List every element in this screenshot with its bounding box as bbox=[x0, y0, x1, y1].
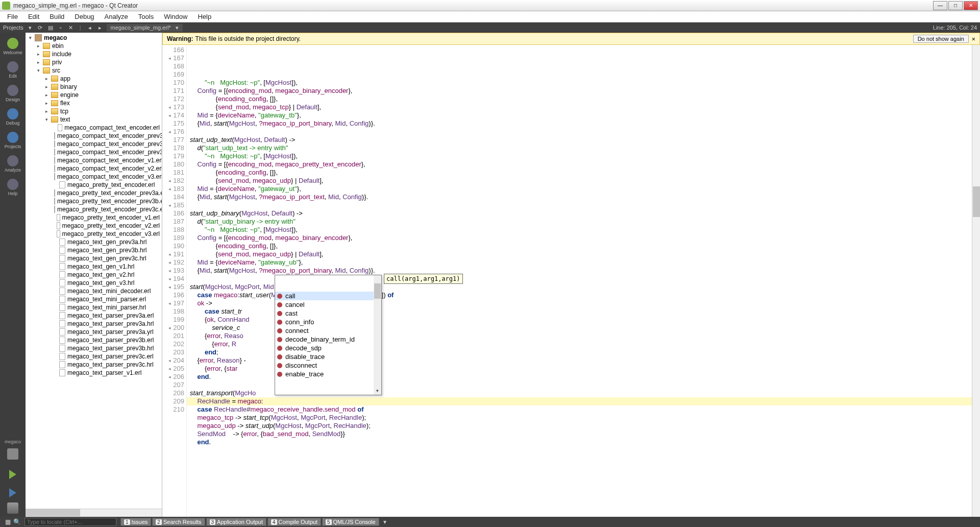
tree-item[interactable]: megaco_pretty_text_encoder_v2.erl bbox=[26, 222, 162, 230]
code-line[interactable]: Mid = {deviceName, "gateway_ub"}, bbox=[190, 258, 972, 267]
code-line[interactable] bbox=[190, 201, 972, 209]
code-lines[interactable]: call(arg1,arg1,arg1) "~n MgcHost: ~p", [… bbox=[187, 45, 972, 517]
code-line[interactable]: case RecHandle#megaco_receive_handle.sen… bbox=[190, 405, 972, 414]
completion-item[interactable]: enable_trace bbox=[275, 370, 381, 378]
code-line[interactable]: "~n MgcHost: ~p", [MgcHost]), bbox=[190, 152, 972, 160]
dropdown-icon[interactable]: ▾ bbox=[27, 24, 34, 31]
tree-item[interactable]: megaco_pretty_text_encoder_prev3b.erl bbox=[26, 197, 162, 205]
completion-item[interactable]: decode_sdp bbox=[275, 344, 381, 352]
code-line[interactable]: end. bbox=[190, 438, 972, 446]
nav-forward-icon[interactable]: ▸ bbox=[96, 24, 104, 31]
completion-item[interactable]: call bbox=[275, 292, 381, 300]
debug-run-button[interactable] bbox=[7, 484, 19, 496]
code-line[interactable]: start_udp_binary(MgcHost, Default) -> bbox=[190, 209, 972, 218]
mode-welcome[interactable]: Welcome bbox=[2, 36, 23, 57]
open-document-selector[interactable]: megaco_simple_mg.erl* ▾ bbox=[107, 24, 183, 32]
tree-item[interactable]: megaco_pretty_text_encoder_v1.erl bbox=[26, 213, 162, 222]
tree-item[interactable]: megaco_text_gen_v3.hrl bbox=[26, 279, 162, 287]
menu-build[interactable]: Build bbox=[44, 12, 69, 21]
tree-item[interactable]: ▸priv bbox=[26, 58, 162, 66]
tree-item[interactable]: megaco_text_gen_prev3a.hrl bbox=[26, 238, 162, 246]
code-line[interactable]: {send_mod, megaco_udp} | Default], bbox=[190, 250, 972, 258]
tree-item[interactable]: megaco_text_parser_prev3b.erl bbox=[26, 336, 162, 344]
mode-projects[interactable]: Projects bbox=[2, 130, 23, 151]
completion-item[interactable]: decode_binary_term_id bbox=[275, 335, 381, 344]
tree-item[interactable]: megaco_text_parser_prev3a.yrl bbox=[26, 328, 162, 336]
mode-help[interactable]: Help bbox=[2, 177, 23, 198]
code-line[interactable]: Config = [{encoding_mod, megaco_pretty_t… bbox=[190, 160, 972, 169]
completion-item[interactable]: cast bbox=[275, 309, 381, 318]
minimize-button[interactable]: — bbox=[933, 1, 947, 10]
tree-item[interactable]: megaco_pretty_text_encoder_prev3a.erl bbox=[26, 189, 162, 197]
toolbar-close-pane-icon[interactable]: ✕ bbox=[67, 24, 75, 31]
tree-item[interactable]: ▸flex bbox=[26, 99, 162, 107]
mode-edit[interactable]: Edit bbox=[2, 59, 23, 81]
completion-item[interactable]: conn_info bbox=[275, 318, 381, 326]
editor-scrollbar[interactable] bbox=[972, 45, 980, 517]
code-line[interactable]: {encoding_config, []}, bbox=[190, 95, 972, 103]
bottom-search-icon[interactable]: 🔍 bbox=[13, 518, 20, 525]
tree-item[interactable]: megaco_text_gen_prev3b.hrl bbox=[26, 246, 162, 254]
code-line[interactable]: megaco_tcp -> start_tcp(MgcHost, MgcPort… bbox=[190, 414, 972, 422]
output-tab-compile-output[interactable]: 4Compile Output bbox=[267, 518, 321, 526]
projects-selector-label[interactable]: Projects bbox=[3, 25, 23, 31]
code-area[interactable]: 166◂167168169170171172◂173◂174175◂176177… bbox=[162, 45, 980, 517]
tree-item[interactable]: ▸binary bbox=[26, 83, 162, 91]
do-not-show-button[interactable]: Do not show again bbox=[913, 35, 969, 43]
code-line[interactable]: {send_mod, megaco_tcp} | Default], bbox=[190, 103, 972, 111]
code-line[interactable]: Config = [{encoding_mod, megaco_binary_e… bbox=[190, 234, 972, 242]
tree-toggle-icon[interactable]: ▸ bbox=[44, 109, 49, 114]
code-line[interactable]: megaco_udp -> start_udp(MgcHost, MgcPort… bbox=[190, 422, 972, 430]
toolbar-sync-icon[interactable]: ⟳ bbox=[37, 24, 44, 31]
tree-item[interactable]: ▸tcp bbox=[26, 107, 162, 115]
tree-item[interactable]: megaco_text_parser_prev3a.hrl bbox=[26, 320, 162, 328]
tree-item[interactable]: ▸include bbox=[26, 50, 162, 58]
code-line[interactable]: Mid = {deviceName, "gateway_tb"}, bbox=[190, 111, 972, 119]
menu-file[interactable]: File bbox=[2, 12, 23, 21]
toolbar-split-icon[interactable]: ▫ bbox=[57, 24, 64, 31]
code-line[interactable]: {Mid, start(MgcHost, ?megaco_ip_port_bin… bbox=[190, 267, 972, 275]
code-line[interactable]: Config = [{encoding_mod, megaco_binary_e… bbox=[190, 87, 972, 95]
tree-item[interactable]: megaco_text_mini_parser.hrl bbox=[26, 303, 162, 312]
tree-item[interactable]: megaco_text_parser_prev3c.hrl bbox=[26, 361, 162, 369]
code-line[interactable] bbox=[190, 128, 972, 136]
tree-toggle-icon[interactable]: ▸ bbox=[44, 92, 49, 98]
code-line[interactable]: "~n MgcHost: ~p", [MgcHost]), bbox=[190, 79, 972, 87]
mode-debug[interactable]: Debug bbox=[2, 106, 23, 128]
code-line[interactable]: SendMod -> {error, {bad_send_mod, SendMo… bbox=[190, 430, 972, 438]
tree-toggle-icon[interactable]: ▾ bbox=[28, 35, 33, 40]
tree-item[interactable]: ▾src bbox=[26, 66, 162, 75]
tree-item[interactable]: ▸ebin bbox=[26, 42, 162, 50]
code-line[interactable]: {encoding_config, []}, bbox=[190, 169, 972, 177]
output-tab-qml-js-console[interactable]: 5QML/JS Console bbox=[322, 518, 379, 526]
tree-toggle-icon[interactable]: ▸ bbox=[44, 84, 49, 89]
tree-item[interactable]: megaco_text_parser_prev3c.erl bbox=[26, 352, 162, 361]
completion-item[interactable]: connect bbox=[275, 326, 381, 335]
tree-item[interactable]: ▸engine bbox=[26, 91, 162, 99]
tree-item[interactable]: ▾megaco bbox=[26, 34, 162, 42]
code-line[interactable]: "~n MgcHost: ~p", [MgcHost]), bbox=[190, 226, 972, 234]
code-line[interactable]: {Mid, start(MgcHost, ?megaco_ip_port_bin… bbox=[190, 119, 972, 128]
output-tab-application-output[interactable]: 3Application Output bbox=[206, 518, 266, 526]
tree-toggle-icon[interactable]: ▾ bbox=[44, 117, 49, 122]
tree-item[interactable]: megaco_pretty_text_encoder.erl bbox=[26, 181, 162, 189]
tree-item[interactable]: megaco_pretty_text_encoder_prev3c.erl bbox=[26, 205, 162, 213]
tree-toggle-icon[interactable]: ▸ bbox=[36, 43, 41, 49]
output-tab-search-results[interactable]: 2Search Results bbox=[152, 518, 205, 526]
tree-item[interactable]: megaco_text_parser_prev3b.hrl bbox=[26, 344, 162, 352]
tree-toggle-icon[interactable]: ▸ bbox=[36, 52, 41, 57]
code-line[interactable]: d("start_udp_text -> entry with" bbox=[190, 144, 972, 152]
tree-toggle-icon[interactable]: ▸ bbox=[36, 60, 41, 65]
mode-design[interactable]: Design bbox=[2, 83, 23, 104]
tree-item[interactable]: megaco_compact_text_encoder_v1.erl bbox=[26, 156, 162, 164]
close-warning-icon[interactable]: ✕ bbox=[972, 35, 975, 42]
bottom-toggle-icon[interactable]: ▦ bbox=[4, 518, 11, 525]
kit-selector-icon[interactable] bbox=[7, 448, 18, 460]
tree-item[interactable]: megaco_text_gen_prev3c.hrl bbox=[26, 254, 162, 262]
code-line[interactable]: {encoding_config, []}, bbox=[190, 242, 972, 250]
tree-item[interactable]: megaco_compact_text_encoder_v2.erl bbox=[26, 164, 162, 173]
menu-window[interactable]: Window bbox=[159, 12, 192, 21]
bottom-more-icon[interactable]: ▾ bbox=[381, 518, 388, 525]
locator-input[interactable] bbox=[24, 518, 116, 526]
tree-item[interactable]: megaco_compact_text_encoder.erl bbox=[26, 124, 162, 132]
